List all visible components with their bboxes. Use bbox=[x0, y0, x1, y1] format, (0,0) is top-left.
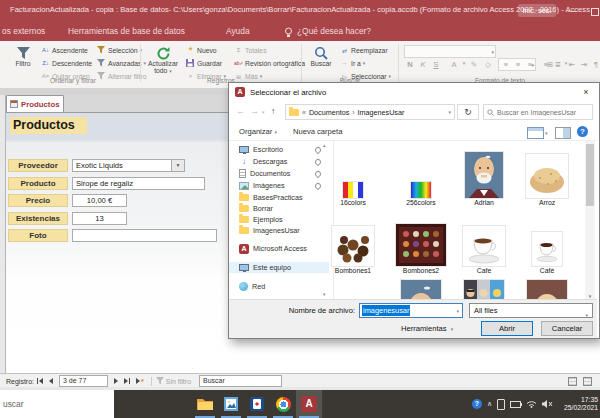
preview-pane-icon[interactable] bbox=[555, 127, 571, 139]
refresh-icon[interactable]: ↻ bbox=[457, 104, 479, 120]
increase-indent-icon[interactable]: ⇥ bbox=[578, 60, 590, 69]
view-mode-icon[interactable] bbox=[527, 127, 544, 139]
file-thumbnail-cropped[interactable] bbox=[464, 280, 504, 300]
sidebar-item-ejemplos[interactable]: Ejemplos bbox=[229, 214, 329, 225]
advanced-filter-button[interactable]: Avanzadas▾ bbox=[97, 57, 146, 69]
fill-color-button[interactable]: ◇ bbox=[482, 60, 494, 69]
sidebar-item-imagenesusar[interactable]: ImagenesUsar bbox=[229, 225, 329, 236]
cancel-button[interactable]: Cancelar bbox=[541, 321, 593, 336]
tab-ayuda[interactable]: Ayuda bbox=[226, 26, 250, 36]
tray-wifi-icon[interactable] bbox=[526, 400, 537, 408]
restore-button[interactable] bbox=[591, 8, 599, 16]
sort-ascending-button[interactable]: A↓ Ascendente bbox=[41, 44, 88, 56]
tray-chevron-icon[interactable]: ∧ bbox=[487, 400, 492, 408]
dialog-close-icon[interactable]: × bbox=[573, 83, 599, 101]
taskbar-explorer-icon[interactable] bbox=[192, 390, 218, 418]
spelling-button[interactable]: ab✓ Revisión ortográfica bbox=[234, 57, 305, 69]
file-256colors[interactable]: 256colors bbox=[392, 146, 450, 208]
new-record-icon[interactable]: * bbox=[133, 378, 147, 385]
selection-button[interactable]: Selección▾ bbox=[97, 44, 142, 56]
file-adrian[interactable]: Adrian bbox=[455, 146, 513, 208]
tray-phone-icon[interactable] bbox=[497, 399, 505, 410]
precio-input[interactable]: 10,00 € bbox=[72, 194, 127, 207]
existencias-input[interactable]: 13 bbox=[72, 212, 127, 225]
sort-descending-button[interactable]: Z↓ Descendente bbox=[41, 57, 92, 69]
taskbar-chrome-icon[interactable] bbox=[270, 390, 296, 418]
sidebar-item-borrar[interactable]: Borrar bbox=[229, 203, 329, 214]
breadcrumb-documentos[interactable]: Documentos bbox=[309, 108, 349, 117]
file-arroz[interactable]: Arroz bbox=[518, 146, 576, 208]
align-right-button[interactable]: ≡ bbox=[524, 60, 536, 69]
taskbar-search[interactable]: uscar bbox=[0, 390, 114, 418]
proveedor-combo[interactable]: Exotic Liquids ▼ bbox=[72, 159, 185, 172]
dialog-search-input[interactable] bbox=[497, 109, 589, 116]
record-search-input[interactable]: Buscar bbox=[199, 375, 282, 387]
file-list-scrollbar[interactable]: ▾ bbox=[585, 141, 595, 300]
next-record-icon[interactable] bbox=[111, 378, 121, 384]
nav-back-icon[interactable]: ← bbox=[236, 106, 245, 116]
proveedor-dropdown-icon[interactable]: ▼ bbox=[171, 160, 184, 171]
breadcrumb-caret-icon[interactable]: ▾ bbox=[448, 109, 451, 115]
last-record-icon[interactable] bbox=[121, 378, 133, 384]
organize-menu[interactable]: Organizar ▾ bbox=[239, 127, 277, 136]
tray-battery-icon[interactable] bbox=[510, 401, 521, 408]
nav-up-icon[interactable]: ↑ bbox=[271, 106, 276, 116]
record-position[interactable]: 3 de 77 bbox=[59, 375, 108, 387]
previous-record-icon[interactable] bbox=[46, 378, 56, 384]
tab-herramientas[interactable]: Herramientas de base de datos bbox=[68, 26, 185, 36]
nav-forward-icon[interactable]: → bbox=[250, 106, 259, 116]
align-center-button[interactable]: ≡ bbox=[512, 60, 524, 69]
first-record-icon[interactable] bbox=[34, 378, 46, 384]
underline-button[interactable]: S bbox=[430, 60, 442, 69]
sidebar-item-descargas[interactable]: ↓Descargas bbox=[229, 156, 329, 167]
totals-button[interactable]: Σ Totales bbox=[234, 44, 267, 56]
tools-menu[interactable]: Herramientas ▾ bbox=[401, 324, 453, 333]
tab-productos[interactable]: Productos bbox=[6, 95, 64, 112]
form-view-icon[interactable] bbox=[568, 377, 577, 386]
save-record-button[interactable]: Guardar bbox=[186, 57, 222, 69]
view-mode-caret-icon[interactable]: ▾ bbox=[545, 130, 548, 136]
new-folder-button[interactable]: Nueva carpeta bbox=[293, 127, 342, 136]
file-bombones2[interactable]: Bombones2 bbox=[392, 215, 450, 276]
gridlines-button[interactable]: ⊞ bbox=[544, 60, 556, 69]
file-16colors[interactable]: 16colors bbox=[324, 146, 382, 208]
navigation-pane-edge[interactable] bbox=[0, 95, 6, 373]
sidebar-item-este-equipo[interactable]: Este equipo bbox=[229, 262, 329, 273]
tray-help-icon[interactable]: ? bbox=[472, 399, 482, 409]
align-left-button[interactable]: ≡ bbox=[500, 60, 512, 69]
tab-datos-externos[interactable]: os externos bbox=[2, 26, 45, 36]
sidebar-item-escritorio[interactable]: Escritorio bbox=[229, 144, 329, 155]
bold-button[interactable]: N bbox=[404, 60, 416, 69]
taskbar-photos-icon[interactable] bbox=[218, 390, 244, 418]
sidebar-scroll-down-icon[interactable]: ▾ bbox=[323, 291, 326, 297]
sidebar-item-microsoft-access[interactable]: AMicrosoft Access bbox=[229, 243, 329, 254]
no-filter-label[interactable]: Sin filtro bbox=[166, 378, 191, 385]
breadcrumb[interactable]: « Documentos › ImagenesUsar ▾ bbox=[285, 104, 455, 120]
breadcrumb-imagenesusar[interactable]: ImagenesUsar bbox=[358, 108, 405, 117]
scrollbar-thumb[interactable] bbox=[586, 144, 594, 206]
filename-caret-icon[interactable]: ▾ bbox=[456, 308, 459, 314]
font-name-combo[interactable]: ▾ bbox=[404, 45, 496, 58]
producto-input[interactable]: Sirope de regaliz bbox=[72, 177, 205, 190]
filetype-combo[interactable]: All files▾ bbox=[469, 303, 593, 318]
nav-history-caret-icon[interactable]: ▾ bbox=[262, 109, 265, 115]
foto-input[interactable] bbox=[72, 229, 217, 242]
file-bombones1[interactable]: Bombones1 bbox=[324, 215, 382, 276]
tray-clock[interactable]: 17:35 25/02/2021 bbox=[558, 396, 598, 412]
taskbar-access-icon[interactable]: A bbox=[296, 390, 322, 418]
file-thumbnail-cropped[interactable] bbox=[401, 280, 441, 300]
help-icon[interactable]: ? bbox=[577, 126, 588, 137]
paragraph-icon[interactable]: ¶ bbox=[590, 60, 600, 69]
italic-button[interactable]: K bbox=[417, 60, 429, 69]
filename-input[interactable]: imagenesusar ▾ bbox=[359, 303, 463, 318]
tell-me-box[interactable]: ¿Qué desea hacer? bbox=[297, 26, 371, 36]
gridlines-caret-icon[interactable]: ▾ bbox=[560, 60, 572, 66]
file-cafe1[interactable]: Cafe bbox=[455, 215, 513, 276]
taskbar-solitaire-icon[interactable] bbox=[244, 390, 270, 418]
sidebar-item-imagenes[interactable]: Imágenes bbox=[229, 180, 329, 191]
sidebar-item-red[interactable]: Red bbox=[229, 281, 329, 292]
sidebar-item-documentos[interactable]: Documentos bbox=[229, 168, 329, 179]
file-thumbnail-cropped[interactable] bbox=[527, 280, 567, 300]
replace-button[interactable]: ⇄ Reemplazar bbox=[340, 44, 388, 56]
new-record-button[interactable]: * Nuevo bbox=[186, 44, 217, 56]
